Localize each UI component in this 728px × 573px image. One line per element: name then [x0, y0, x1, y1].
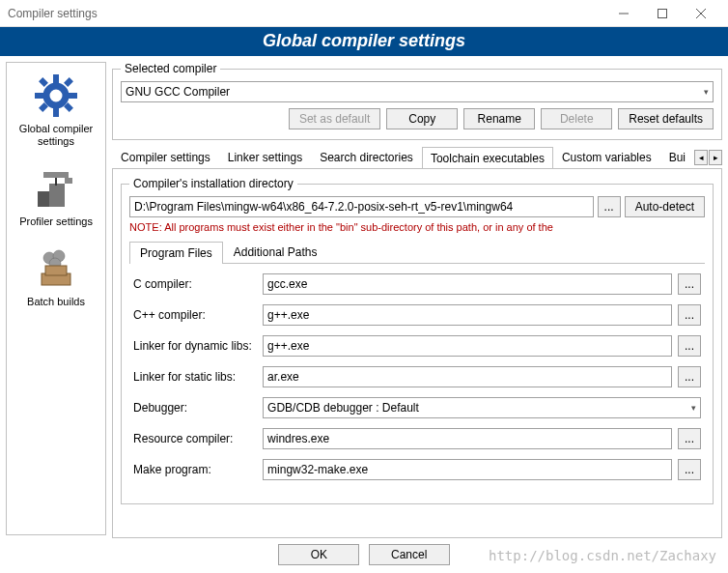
c-compiler-input[interactable]: gcc.exe [263, 273, 672, 295]
sidebar-item-label: Global compiler settings [11, 123, 101, 148]
tab-search-directories[interactable]: Search directories [311, 146, 422, 168]
resource-compiler-label: Resource compiler: [133, 432, 257, 445]
copy-button[interactable]: Copy [386, 108, 458, 129]
chevron-down-icon: ▾ [704, 87, 709, 97]
tab-scroll-right[interactable]: ▸ [709, 150, 722, 165]
browse-install-button[interactable]: ... [598, 196, 621, 217]
tab-scroll-left[interactable]: ◂ [694, 150, 708, 165]
batch-builds-icon [31, 244, 81, 294]
svg-rect-1 [658, 9, 667, 17]
subtab-program-files[interactable]: Program Files [129, 242, 223, 264]
svg-rect-9 [39, 77, 48, 87]
linker-dynamic-label: Linker for dynamic libs: [133, 339, 257, 353]
svg-rect-6 [53, 108, 59, 117]
linker-dynamic-input[interactable]: g++.exe [263, 335, 672, 357]
subtab-additional-paths[interactable]: Additional Paths [223, 241, 328, 263]
maximize-button[interactable] [643, 2, 682, 25]
debugger-select[interactable]: GDB/CDB debugger : Default ▾ [263, 397, 701, 418]
svg-rect-5 [53, 74, 59, 83]
program-subtabs: Program Files Additional Paths [129, 241, 705, 264]
browse-c-compiler-button[interactable]: ... [678, 273, 701, 295]
cpp-compiler-input[interactable]: g++.exe [263, 304, 672, 326]
dialog-footer: OK Cancel [0, 544, 728, 565]
svg-rect-14 [49, 184, 65, 207]
reset-defaults-button[interactable]: Reset defaults [618, 108, 714, 129]
svg-point-4 [46, 86, 66, 105]
sidebar-item-label: Profiler settings [11, 215, 101, 228]
linker-static-label: Linker for static libs: [133, 370, 257, 384]
sidebar-item-global-compiler[interactable]: Global compiler settings [9, 67, 103, 159]
svg-rect-8 [69, 93, 77, 99]
ok-button[interactable]: OK [278, 544, 359, 565]
browse-make-program-button[interactable]: ... [678, 459, 701, 480]
browse-linker-static-button[interactable]: ... [678, 366, 701, 387]
make-program-label: Make program: [133, 463, 257, 476]
compiler-select-value: GNU GCC Compiler [126, 85, 230, 99]
rename-button[interactable]: Rename [463, 108, 535, 129]
cancel-button[interactable]: Cancel [369, 544, 450, 565]
browse-cpp-compiler-button[interactable]: ... [678, 304, 701, 326]
tab-toolchain-executables[interactable]: Toolchain executables [422, 147, 553, 168]
sidebar: Global compiler settings Profiler settin… [6, 62, 106, 535]
tab-custom-variables[interactable]: Custom variables [553, 146, 660, 168]
debugger-label: Debugger: [133, 401, 257, 415]
chevron-down-icon: ▾ [691, 403, 696, 413]
minimize-button[interactable] [604, 2, 643, 25]
tab-build-options[interactable]: Bui [660, 146, 694, 168]
install-directory-input[interactable]: D:\Program Files\mingw-w64\x86_64-7.2.0-… [129, 196, 594, 217]
svg-rect-20 [45, 266, 67, 275]
make-program-input[interactable]: mingw32-make.exe [263, 459, 672, 480]
svg-rect-11 [64, 77, 73, 87]
install-note: NOTE: All programs must exist either in … [129, 221, 705, 233]
titlebar: Compiler settings [0, 0, 728, 27]
resource-compiler-input[interactable]: windres.exe [263, 428, 672, 449]
sidebar-item-label: Batch builds [11, 296, 101, 308]
c-compiler-label: C compiler: [133, 277, 257, 291]
settings-tabs: Compiler settings Linker settings Search… [112, 146, 722, 169]
set-default-button[interactable]: Set as default [289, 108, 380, 129]
linker-static-input[interactable]: ar.exe [263, 366, 672, 387]
auto-detect-button[interactable]: Auto-detect [625, 196, 705, 217]
window-title: Compiler settings [8, 7, 604, 20]
install-directory-legend: Compiler's installation directory [129, 177, 297, 190]
browse-resource-compiler-button[interactable]: ... [678, 428, 701, 449]
tab-linker-settings[interactable]: Linker settings [219, 146, 311, 168]
delete-button[interactable]: Delete [541, 108, 612, 129]
browse-linker-dynamic-button[interactable]: ... [678, 335, 701, 357]
cpp-compiler-label: C++ compiler: [133, 308, 257, 322]
svg-rect-7 [35, 93, 43, 99]
compiler-select[interactable]: GNU GCC Compiler ▾ [121, 81, 714, 102]
selected-compiler-group: Selected compiler GNU GCC Compiler ▾ Set… [112, 62, 722, 140]
selected-compiler-legend: Selected compiler [121, 62, 220, 75]
profiler-icon [31, 163, 81, 214]
gear-icon [31, 71, 81, 121]
sidebar-item-profiler[interactable]: Profiler settings [9, 159, 103, 240]
tab-compiler-settings[interactable]: Compiler settings [112, 146, 219, 168]
sidebar-item-batch-builds[interactable]: Batch builds [9, 240, 103, 320]
header-title: Global compiler settings [0, 27, 728, 56]
close-button[interactable] [682, 2, 720, 25]
install-directory-group: Compiler's installation directory D:\Pro… [121, 177, 714, 504]
